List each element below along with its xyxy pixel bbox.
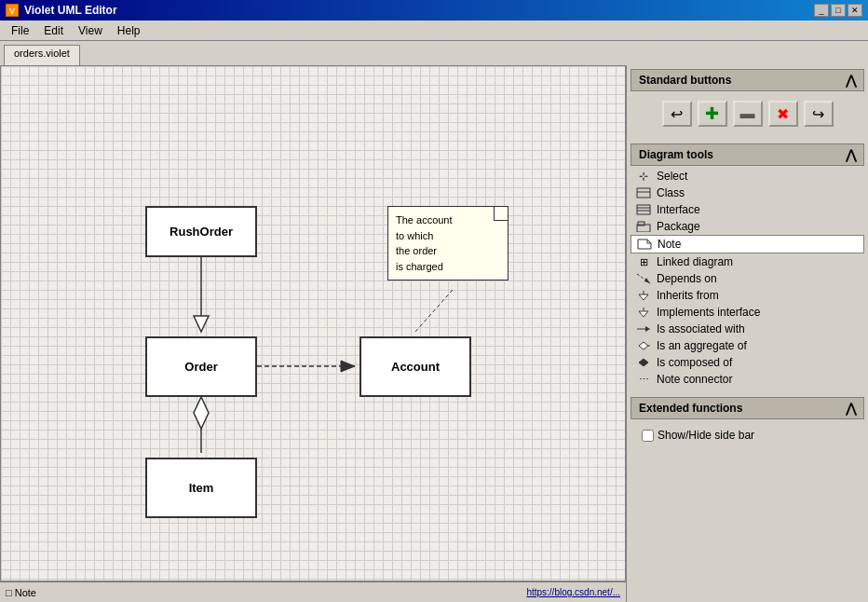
sidebar: Standard buttons ⋀ ↩ ✚ ▬ ✖ ↪ Diagram too… [626,65,868,602]
diagram-tools-section: Diagram tools ⋀ ⊹ Select [631,144,864,390]
associated-with-icon [636,322,651,335]
canvas-grid [1,66,625,581]
tool-depends-on[interactable]: Depends on [631,270,864,287]
uml-node-rush-order[interactable]: RushOrder [145,206,257,257]
node-label-order: Order [184,360,217,374]
node-label-rush-order: RushOrder [170,225,233,239]
collapse-standard-icon[interactable]: ⋀ [846,73,856,88]
menu-help[interactable]: Help [110,22,148,39]
composed-of-icon [636,356,651,369]
tab-orders[interactable]: orders.violet [4,45,80,65]
minimize-button[interactable]: _ [814,4,829,17]
tool-inherits-from-label: Inherits from [657,289,719,302]
tool-linked-diagram-label: Linked diagram [657,255,733,268]
main-area: RushOrder Order Item Account The account… [0,65,868,602]
bottom-link[interactable]: https://blog.csdn.net/... [526,587,620,597]
tool-note[interactable]: Note [631,235,864,253]
uml-note[interactable]: The accountto whichthe orderis charged [387,206,509,280]
node-label-account: Account [391,360,440,374]
tool-note-connector-label: Note connector [657,373,732,386]
tool-class-label: Class [657,186,685,199]
svg-marker-15 [647,239,651,243]
status-note-label: □ Note [6,587,36,598]
diagram-tools-header[interactable]: Diagram tools ⋀ [631,144,864,166]
svg-rect-7 [637,188,650,198]
delete-button[interactable]: ✖ [768,101,798,127]
class-icon [636,186,651,199]
tool-depends-on-label: Depends on [657,272,717,285]
standard-buttons-section: Standard buttons ⋀ ↩ ✚ ▬ ✖ ↪ [631,69,864,136]
depends-on-icon [636,272,651,285]
tool-interface-label: Interface [657,203,700,216]
extended-functions-content: Show/Hide side bar [631,419,864,451]
tool-aggregate-of[interactable]: Is an aggregate of [631,337,864,354]
tool-inherits-from[interactable]: Inherits from [631,287,864,304]
svg-marker-26 [639,359,648,366]
app-icon: V [6,4,19,17]
collapse-extended-icon[interactable]: ⋀ [846,401,856,416]
maximize-button[interactable]: □ [831,4,846,17]
uml-node-order[interactable]: Order [145,336,257,397]
tool-select-label: Select [657,170,687,183]
show-hide-label: Show/Hide side bar [658,429,754,442]
tool-note-connector[interactable]: ⋯ Note connector [631,371,864,388]
uml-node-item[interactable]: Item [145,458,257,518]
tool-class[interactable]: Class [631,185,864,201]
tool-package-label: Package [657,220,700,233]
tool-implements-interface-label: Implements interface [657,306,760,319]
std-buttons-row: ↩ ✚ ▬ ✖ ↪ [634,97,861,130]
diagram-tools-content: ⊹ Select Class [631,166,864,390]
show-hide-bar: Show/Hide side bar [634,425,861,445]
tool-associated-with-label: Is associated with [657,322,745,335]
uml-node-account[interactable]: Account [359,336,471,397]
standard-buttons-label: Standard buttons [639,74,731,87]
add-button[interactable]: ✚ [698,101,727,127]
package-icon [636,220,651,233]
tool-implements-interface[interactable]: Implements interface [631,304,864,321]
show-hide-checkbox[interactable] [642,430,654,442]
tool-aggregate-of-label: Is an aggregate of [657,339,747,352]
menu-edit[interactable]: Edit [36,22,71,39]
window-controls[interactable]: _ □ ✕ [814,4,862,17]
tool-associated-with[interactable]: Is associated with [631,321,864,337]
extended-functions-label: Extended functions [639,402,742,415]
standard-buttons-header[interactable]: Standard buttons ⋀ [631,69,864,91]
tool-composed-of[interactable]: Is composed of [631,354,864,371]
undo-button[interactable]: ↩ [662,101,692,127]
diagram-tools-label: Diagram tools [639,148,713,161]
svg-marker-23 [645,326,650,332]
app-title: Violet UML Editor [24,4,117,17]
note-icon [637,238,652,251]
close-button[interactable]: ✕ [848,4,862,17]
extended-functions-section: Extended functions ⋀ Show/Hide side bar [631,397,864,451]
menu-view[interactable]: View [71,22,110,39]
svg-marker-24 [639,342,648,349]
tab-bar: orders.violet [0,41,868,65]
aggregate-of-icon [636,339,651,352]
extended-functions-header[interactable]: Extended functions ⋀ [631,397,864,419]
redo-button[interactable]: ↪ [804,101,834,127]
tool-package[interactable]: Package [631,218,864,235]
svg-marker-19 [639,294,648,300]
menu-bar: File Edit View Help [0,21,868,41]
linked-diagram-icon: ⊞ [636,255,651,268]
tool-select[interactable]: ⊹ Select [631,168,864,185]
note-text: The accountto whichthe orderis charged [396,214,453,272]
canvas-area[interactable]: RushOrder Order Item Account The account… [0,65,626,581]
title-bar: V Violet UML Editor _ □ ✕ [0,0,868,21]
tool-interface[interactable]: Interface [631,201,864,218]
status-bar: □ Note https://blog.csdn.net/... [0,581,626,602]
tool-composed-of-label: Is composed of [657,356,732,369]
svg-rect-9 [637,205,650,214]
svg-marker-21 [639,311,648,317]
select-icon: ⊹ [636,170,651,183]
svg-marker-17 [644,278,650,283]
remove-button[interactable]: ▬ [733,101,763,127]
interface-icon [636,203,651,216]
implements-interface-icon [636,306,651,319]
menu-file[interactable]: File [4,22,36,39]
node-label-item: Item [189,481,214,495]
collapse-diagram-icon[interactable]: ⋀ [846,147,856,162]
tool-note-label: Note [658,238,681,251]
tool-linked-diagram[interactable]: ⊞ Linked diagram [631,253,864,270]
